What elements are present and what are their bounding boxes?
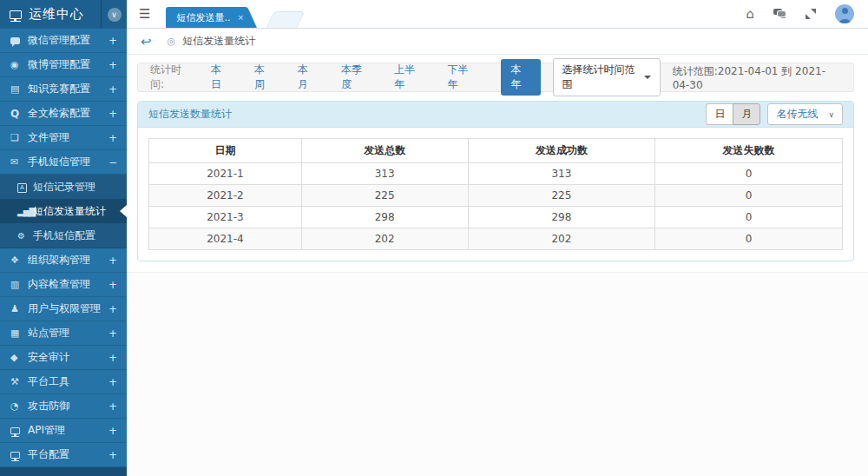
period-this-year-button[interactable]: 本年 [501, 59, 541, 96]
expand-plus-icon: + [108, 279, 117, 291]
sidebar-item-label: 短信发送量统计 [33, 204, 117, 219]
sidebar-item-fulltext-search-config[interactable]: Q 全文检索配置 + [0, 102, 127, 126]
weibo-icon: ◉ [10, 59, 28, 70]
mail-icon: ✉ [10, 156, 28, 168]
sidebar-item-label: 安全审计 [28, 350, 108, 365]
table-row: 2021-4 202 202 0 [149, 228, 843, 250]
sidebar-header: 运维中心 ∨ [0, 0, 127, 29]
period-this-week[interactable]: 本周 [254, 63, 273, 92]
expand-plus-icon: + [108, 132, 117, 144]
comments-icon[interactable] [773, 9, 786, 19]
monitor-icon [10, 449, 28, 460]
home-icon[interactable]: ⌂ [746, 8, 754, 21]
site-icon: ▦ [10, 327, 28, 339]
sidebar-item-label: API管理 [28, 423, 108, 438]
expand-plus-icon: + [108, 59, 117, 71]
expand-plus-icon: + [108, 352, 117, 364]
table-row: 2021-3 298 298 0 [149, 207, 843, 228]
org-icon: ❖ [10, 255, 28, 266]
back-icon[interactable]: ↩ [141, 34, 152, 50]
sidebar-item-label: 平台配置 [28, 447, 108, 462]
table-row: 2021-2 225 225 0 [149, 185, 843, 207]
sidebar-item-attack-defense[interactable]: ◔ 攻击防御 + [0, 394, 127, 419]
page-background [127, 272, 868, 476]
period-second-half-year[interactable]: 下半年 [447, 63, 476, 92]
sidebar-item-sms-volume-stats[interactable]: ▂▅▇ 短信发送量统计 [0, 199, 127, 223]
period-this-month[interactable]: 本月 [298, 63, 317, 92]
sidebar-item-label: 短信记录管理 [33, 180, 117, 195]
unit-day-button[interactable]: 日 [706, 103, 733, 125]
period-today[interactable]: 本日 [211, 63, 230, 92]
cell-total: 298 [301, 207, 468, 228]
panel-title: 短信发送数量统计 [148, 107, 232, 122]
defense-icon: ◔ [10, 400, 28, 412]
period-first-half-year[interactable]: 上半年 [394, 63, 423, 92]
page-title: 短信发送量统计 [182, 34, 255, 49]
sidebar-item-label: 微博管理配置 [28, 57, 108, 72]
sidebar-item-label: 用户与权限管理 [28, 301, 108, 316]
page-content: 统计时间: 本日 本周 本月 本季度 上半年 下半年 本年 选择统计时间范围 统… [127, 55, 868, 261]
tab-sms-volume-stats[interactable]: 短信发送量.. × [166, 7, 247, 28]
range-summary: 统计范围:2021-04-01 到 2021-04-30 [673, 64, 841, 91]
menu-toggle-icon[interactable]: ☰ [127, 6, 162, 22]
sidebar-item-weibo-config[interactable]: ◉ 微博管理配置 + [0, 53, 127, 77]
cell-success: 225 [468, 185, 655, 207]
sidebar-item-quiz-config[interactable]: ▤ 知识竞赛配置 + [0, 77, 127, 102]
expand-plus-icon: + [108, 376, 117, 388]
target-icon: ◎ [168, 36, 176, 47]
gear-icon: ⚙ [17, 231, 33, 241]
expand-plus-icon: + [108, 108, 117, 120]
stats-table: 日期 发送总数 发送成功数 发送失败数 2021-1 313 313 0 [148, 138, 843, 250]
expand-plus-icon: + [108, 303, 117, 315]
unit-month-button[interactable]: 月 [733, 103, 760, 125]
sidebar: 运维中心 ∨ 微信管理配置 + ◉ 微博管理配置 + ▤ 知识竞赛配置 + Q … [0, 0, 127, 476]
col-sent-success: 发送成功数 [468, 139, 655, 163]
tools-icon: ⚒ [10, 376, 28, 387]
caret-down-icon [644, 76, 651, 79]
cell-date: 2021-1 [149, 163, 302, 185]
sidebar-item-sms-config[interactable]: ⚙ 手机短信配置 [0, 223, 127, 248]
sidebar-item-label: 平台工具 [28, 374, 108, 389]
user-icon: ♟ [10, 303, 28, 314]
sidebar-item-file-management[interactable]: ❏ 文件管理 + [0, 126, 127, 150]
fullscreen-icon[interactable] [806, 9, 816, 19]
sidebar-item-org-structure[interactable]: ❖ 组织架构管理 + [0, 248, 127, 273]
sidebar-item-label: 微信管理配置 [28, 33, 108, 48]
sidebar-item-site-management[interactable]: ▦ 站点管理 + [0, 321, 127, 346]
sidebar-item-api-management[interactable]: API管理 + [0, 419, 127, 443]
stats-panel-body: 日期 发送总数 发送成功数 发送失败数 2021-1 313 313 0 [138, 128, 853, 261]
sidebar-item-label: 全文检索配置 [28, 106, 108, 121]
sidebar-item-sms-management[interactable]: ✉ 手机短信管理 − [0, 150, 127, 175]
sidebar-item-sms-records[interactable]: A 短信记录管理 [0, 175, 127, 199]
sidebar-item-wechat-config[interactable]: 微信管理配置 + [0, 29, 127, 53]
table-header-row: 日期 发送总数 发送成功数 发送失败数 [149, 139, 843, 163]
col-total-sent: 发送总数 [301, 139, 468, 163]
sidebar-item-content-check[interactable]: ▥ 内容检查管理 + [0, 273, 127, 297]
channel-select[interactable]: 名传无线 ∨ [767, 103, 843, 125]
close-icon[interactable]: × [237, 13, 244, 22]
search-icon: Q [10, 108, 28, 120]
shield-icon: ◆ [10, 352, 28, 363]
period-this-quarter[interactable]: 本季度 [341, 63, 370, 92]
expand-plus-icon: + [108, 327, 117, 340]
header-actions: ⌂ [746, 4, 854, 23]
filter-bar: 统计时间: 本日 本周 本月 本季度 上半年 下半年 本年 选择统计时间范围 统… [137, 63, 854, 92]
expand-plus-icon: + [108, 83, 117, 96]
col-sent-failed: 发送失败数 [655, 139, 843, 163]
cell-total: 225 [301, 185, 468, 207]
filter-label: 统计时间: [150, 63, 192, 92]
document-icon: ▤ [10, 83, 28, 95]
cell-failed: 0 [655, 185, 843, 207]
table-row: 2021-1 313 313 0 [149, 163, 843, 185]
cell-success: 298 [468, 207, 655, 228]
tab-ghost [266, 11, 305, 28]
sidebar-item-platform-tools[interactable]: ⚒ 平台工具 + [0, 370, 127, 394]
tab-bar: ☰ 短信发送量.. × ⌂ [127, 0, 868, 29]
sidebar-item-users-permissions[interactable]: ♟ 用户与权限管理 + [0, 297, 127, 321]
sidebar-item-security-audit[interactable]: ◆ 安全审计 + [0, 346, 127, 370]
cell-total: 313 [301, 163, 468, 185]
sidebar-collapse-toggle[interactable]: ∨ [101, 0, 127, 29]
user-avatar[interactable] [835, 4, 854, 23]
range-picker-button[interactable]: 选择统计时间范围 [553, 58, 661, 96]
sidebar-item-platform-config[interactable]: 平台配置 + [0, 443, 127, 467]
